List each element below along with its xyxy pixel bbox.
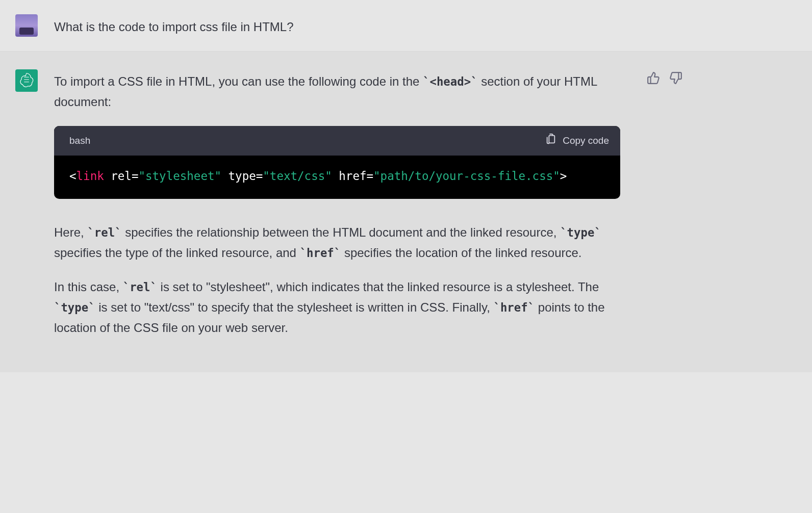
code-token: "stylesheet"	[138, 169, 221, 183]
text-span: specifies the location of the linked res…	[341, 246, 581, 260]
feedback-buttons	[647, 69, 687, 85]
inline-code-href: href	[300, 246, 341, 260]
user-avatar	[15, 14, 38, 37]
text-span: is set to "text/css" to specify that the…	[95, 300, 494, 314]
text-span: Here,	[54, 225, 87, 239]
clipboard-icon	[545, 134, 556, 147]
thumbs-down-button[interactable]	[669, 71, 682, 85]
assistant-content: To import a CSS file in HTML, you can us…	[54, 69, 630, 352]
text-span: specifies the relationship between the H…	[122, 225, 561, 239]
thumbs-down-icon	[669, 79, 682, 86]
code-token: rel	[111, 169, 132, 183]
assistant-avatar	[15, 69, 38, 92]
text-span: specifies the type of the linked resourc…	[54, 246, 300, 260]
code-block-body[interactable]: <link rel="stylesheet" type="text/css" h…	[54, 156, 620, 199]
thumbs-up-button[interactable]	[647, 71, 660, 85]
inline-code-href: href	[494, 301, 535, 314]
thumbs-up-icon	[647, 79, 660, 86]
code-language-label: bash	[69, 133, 90, 148]
code-token	[332, 169, 339, 183]
code-block-header: bash Copy code	[54, 126, 620, 155]
inline-code-type: type	[54, 301, 95, 314]
code-token: =	[132, 169, 139, 183]
code-token: =	[256, 169, 263, 183]
text-span: To import a CSS file in HTML, you can us…	[54, 74, 423, 88]
user-question-text: What is the code to import css file in H…	[54, 14, 630, 36]
code-token: link	[77, 169, 104, 183]
code-token: "text/css"	[263, 169, 332, 183]
assistant-intro-paragraph: To import a CSS file in HTML, you can us…	[54, 69, 620, 112]
assistant-message-row: To import a CSS file in HTML, you can us…	[0, 52, 812, 372]
code-token: "path/to/your-css-file.css"	[373, 169, 560, 183]
code-block: bash Copy code <link rel="stylesheet" ty…	[54, 126, 620, 199]
code-token: >	[560, 169, 567, 183]
inline-code-rel: rel	[123, 280, 157, 294]
svg-rect-0	[549, 136, 554, 143]
assistant-paragraph-2: Here, rel specifies the relationship bet…	[54, 222, 620, 263]
code-token: <	[69, 169, 77, 183]
inline-code-type: type	[560, 226, 601, 239]
text-span: is set to "stylesheet", which indicates …	[157, 280, 599, 294]
code-token	[221, 169, 229, 183]
inline-code-rel: rel	[87, 226, 121, 239]
code-token: type	[229, 169, 256, 183]
openai-logo-icon	[19, 72, 34, 90]
code-token: href	[339, 169, 366, 183]
code-token: =	[367, 169, 374, 183]
assistant-paragraph-3: In this case, rel is set to "stylesheet"…	[54, 277, 620, 338]
user-content: What is the code to import css file in H…	[54, 14, 630, 36]
code-token	[104, 169, 111, 183]
inline-code-head: <head>	[423, 75, 477, 88]
copy-code-button[interactable]: Copy code	[545, 134, 609, 147]
text-span: In this case,	[54, 280, 123, 294]
copy-code-label: Copy code	[563, 135, 609, 146]
user-message-row: What is the code to import css file in H…	[0, 0, 812, 52]
